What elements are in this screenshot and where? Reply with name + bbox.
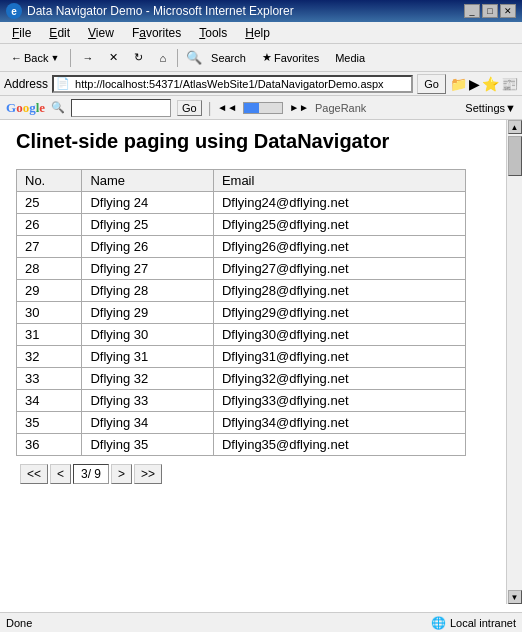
prev-page-button[interactable]: < [50, 464, 71, 484]
table-row: 30Dflying 29Dflying29@dflying.net [17, 302, 466, 324]
cell-2: Dflying32@dflying.net [213, 368, 465, 390]
table-row: 35Dflying 34Dflying34@dflying.net [17, 412, 466, 434]
cell-1: Dflying 32 [82, 368, 213, 390]
refresh-button[interactable]: ↻ [127, 47, 150, 69]
menu-tools[interactable]: Tools [191, 24, 235, 42]
cell-2: Dflying27@dflying.net [213, 258, 465, 280]
google-search-icon: 🔍 [51, 101, 65, 114]
nav-arrows-left-icon[interactable]: ◄◄ [217, 102, 237, 113]
back-icon: ← [11, 52, 22, 64]
google-search-input[interactable] [71, 99, 171, 117]
table-row: 33Dflying 32Dflying32@dflying.net [17, 368, 466, 390]
media-button[interactable]: Media [328, 47, 372, 69]
page-title: Clinet-side paging using DataNavigator [16, 130, 490, 153]
menu-view[interactable]: View [80, 24, 122, 42]
back-arrow-icon: ▼ [50, 53, 59, 63]
status-zone: 🌐 Local intranet [431, 616, 516, 630]
cell-0: 31 [17, 324, 82, 346]
google-logo: Google [6, 100, 45, 116]
table-row: 31Dflying 30Dflying30@dflying.net [17, 324, 466, 346]
col-header-name: Name [82, 170, 213, 192]
col-header-email: Email [213, 170, 465, 192]
address-input[interactable] [72, 77, 409, 91]
cell-1: Dflying 33 [82, 390, 213, 412]
next-page-button[interactable]: > [111, 464, 132, 484]
window-controls[interactable]: _ □ ✕ [464, 4, 516, 18]
status-bar: Done 🌐 Local intranet [0, 612, 522, 632]
toolbar-separator-2 [177, 49, 178, 67]
favorites-button[interactable]: ★ Favorites [255, 47, 326, 69]
menu-edit[interactable]: Edit [41, 24, 78, 42]
menu-bar: File Edit View Favorites Tools Help [0, 22, 522, 44]
scrollbar[interactable]: ▲ ▼ [506, 120, 522, 604]
back-button[interactable]: ← Back ▼ [4, 47, 66, 69]
cell-1: Dflying 31 [82, 346, 213, 368]
title-bar-left: e Data Navigator Demo - Microsoft Intern… [6, 3, 294, 19]
menu-file[interactable]: File [4, 24, 39, 42]
table-header-row: No. Name Email [17, 170, 466, 192]
pagerank-bar [243, 102, 283, 114]
refresh-icon: ↻ [134, 51, 143, 64]
toolbar: ← Back ▼ → ✕ ↻ ⌂ 🔍 Search ★ Favorites Me… [0, 44, 522, 72]
window-title: Data Navigator Demo - Microsoft Internet… [27, 4, 294, 18]
data-table: No. Name Email 25Dflying 24Dflying24@dfl… [16, 169, 466, 456]
cell-0: 35 [17, 412, 82, 434]
scroll-down-button[interactable]: ▼ [508, 590, 522, 604]
last-page-button[interactable]: >> [134, 464, 162, 484]
pagination[interactable]: << < 3/ 9 > >> [16, 464, 490, 484]
address-label: Address [4, 77, 48, 91]
cell-2: Dflying29@dflying.net [213, 302, 465, 324]
minimize-button[interactable]: _ [464, 4, 480, 18]
stop-button[interactable]: ✕ [102, 47, 125, 69]
table-row: 25Dflying 24Dflying24@dflying.net [17, 192, 466, 214]
search-button[interactable]: Search [204, 47, 253, 69]
google-bar: Google 🔍 Go | ◄◄ ►► PageRank Settings▼ [0, 96, 522, 120]
col-header-no: No. [17, 170, 82, 192]
google-go-button[interactable]: Go [177, 100, 202, 116]
status-text: Done [6, 617, 32, 629]
menu-help[interactable]: Help [237, 24, 278, 42]
forward-button[interactable]: → [75, 47, 100, 69]
cell-1: Dflying 25 [82, 214, 213, 236]
table-row: 27Dflying 26Dflying26@dflying.net [17, 236, 466, 258]
title-bar: e Data Navigator Demo - Microsoft Intern… [0, 0, 522, 22]
cell-1: Dflying 28 [82, 280, 213, 302]
page-info: 3/ 9 [73, 464, 109, 484]
settings-button[interactable]: Settings▼ [465, 102, 516, 114]
zone-icon: 🌐 [431, 616, 446, 630]
pagerank-label: PageRank [315, 102, 366, 114]
menu-favorites[interactable]: Favorites [124, 24, 189, 42]
scroll-up-button[interactable]: ▲ [508, 120, 522, 134]
cell-0: 27 [17, 236, 82, 258]
zone-label: Local intranet [450, 617, 516, 629]
cell-2: Dflying26@dflying.net [213, 236, 465, 258]
cell-0: 30 [17, 302, 82, 324]
nav-icon-3: ⭐ [482, 76, 499, 92]
cell-1: Dflying 30 [82, 324, 213, 346]
scroll-thumb[interactable] [508, 136, 522, 176]
nav-arrows-right-icon[interactable]: ►► [289, 102, 309, 113]
table-row: 29Dflying 28Dflying28@dflying.net [17, 280, 466, 302]
search-area: 🔍 Search [186, 47, 253, 69]
cell-2: Dflying31@dflying.net [213, 346, 465, 368]
search-label: Search [211, 52, 246, 64]
cell-0: 26 [17, 214, 82, 236]
cell-2: Dflying33@dflying.net [213, 390, 465, 412]
home-button[interactable]: ⌂ [152, 47, 173, 69]
cell-1: Dflying 24 [82, 192, 213, 214]
first-page-button[interactable]: << [20, 464, 48, 484]
nav-icon-2: ▶ [469, 76, 480, 92]
go-button[interactable]: Go [417, 74, 446, 94]
cell-2: Dflying30@dflying.net [213, 324, 465, 346]
favorites-icon: ★ [262, 51, 272, 64]
table-row: 36Dflying 35Dflying35@dflying.net [17, 434, 466, 456]
ie-icon: e [6, 3, 22, 19]
close-button[interactable]: ✕ [500, 4, 516, 18]
address-icons: 📁 ▶ ⭐ 📰 [450, 76, 518, 92]
home-icon: ⌂ [159, 52, 166, 64]
maximize-button[interactable]: □ [482, 4, 498, 18]
cell-2: Dflying35@dflying.net [213, 434, 465, 456]
cell-0: 33 [17, 368, 82, 390]
cell-2: Dflying24@dflying.net [213, 192, 465, 214]
nav-icon-4: 📰 [501, 76, 518, 92]
